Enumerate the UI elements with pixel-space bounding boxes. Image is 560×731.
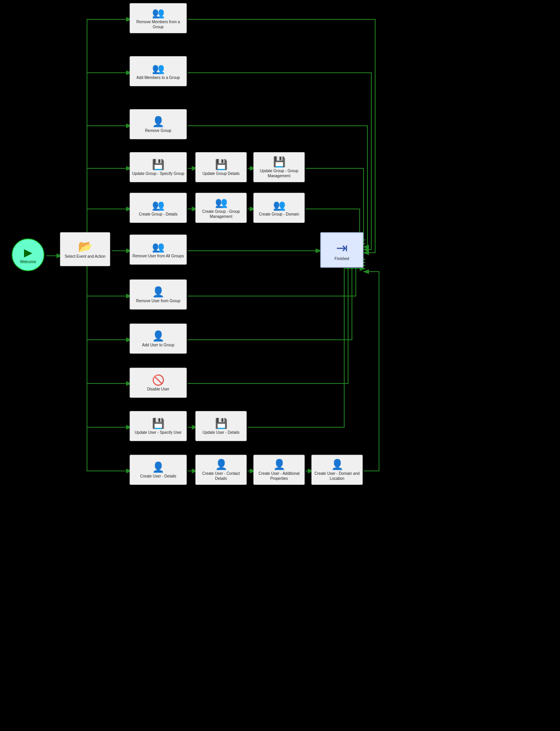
welcome-icon: ▶ (24, 246, 32, 259)
add-members-label: Add Members to a Group (137, 75, 180, 80)
add-members-node[interactable]: 👥 Add Members to a Group (130, 56, 187, 86)
remove-user-group-node[interactable]: 👤 Remove User from Group (130, 279, 187, 310)
remove-members-icon: 👥 (152, 8, 164, 18)
select-event-icon: 📂 (78, 241, 92, 252)
update-group-details-icon: 💾 (215, 159, 227, 169)
add-user-group-node[interactable]: 👤 Add User to Group (130, 324, 187, 354)
disable-user-node[interactable]: 🚫 Disable User (130, 368, 187, 398)
create-user-additional-node[interactable]: 👤 Create User - Additional Properties (253, 455, 305, 485)
welcome-node[interactable]: ▶ Welcome (12, 238, 44, 271)
create-group-mgmt-node[interactable]: 👥 Create Group - Group Management (195, 193, 247, 223)
create-user-details-node[interactable]: 👤 Create User - Details (130, 455, 187, 485)
remove-user-all-icon: 👥 (152, 242, 164, 252)
create-group-details-label: Create Group - Details (139, 212, 178, 217)
create-user-additional-label: Create User - Additional Properties (255, 471, 303, 481)
create-group-domain-label: Create Group - Domain (259, 212, 299, 217)
add-user-group-label: Add User to Group (142, 342, 174, 348)
update-user-specify-label: Update User - Specify User (135, 430, 182, 435)
create-user-domain-icon: 👤 (331, 459, 343, 469)
create-user-details-icon: 👤 (152, 462, 164, 472)
remove-group-label: Remove Group (145, 128, 171, 133)
update-group-details-label: Update Group Details (202, 171, 239, 176)
remove-group-node[interactable]: 👤 Remove Group (130, 109, 187, 139)
disable-user-label: Disable User (147, 387, 169, 392)
remove-user-group-icon: 👤 (152, 287, 164, 297)
create-user-additional-icon: 👤 (273, 459, 285, 469)
remove-members-node[interactable]: 👥 Remove Members from a Group (130, 3, 187, 33)
update-group-specify-icon: 💾 (152, 159, 164, 169)
update-user-details-icon: 💾 (215, 418, 227, 428)
create-group-details-node[interactable]: 👥 Create Group - Details (130, 193, 187, 223)
create-group-mgmt-icon: 👥 (215, 197, 227, 207)
finished-icon: ⇥ (336, 240, 348, 256)
welcome-label: Welcome (20, 260, 36, 264)
remove-group-icon: 👤 (152, 116, 164, 127)
update-group-mgmt-label: Update Group - Group Management (255, 168, 303, 178)
create-group-mgmt-label: Create Group - Group Management (197, 209, 245, 219)
arrows-svg (0, 0, 560, 731)
create-user-details-label: Create User - Details (140, 474, 176, 479)
create-user-contact-label: Create User - Contact Details (197, 471, 245, 481)
update-group-mgmt-node[interactable]: 💾 Update Group - Group Management (253, 152, 305, 182)
add-members-icon: 👥 (152, 63, 164, 74)
finished-node[interactable]: ⇥ Finished (320, 232, 364, 268)
create-group-domain-node[interactable]: 👥 Create Group - Domain (253, 193, 305, 223)
create-user-contact-icon: 👤 (215, 459, 227, 469)
create-user-domain-label: Create User - Domain and Location (313, 471, 361, 481)
create-user-domain-node[interactable]: 👤 Create User - Domain and Location (311, 455, 363, 485)
select-event-label: Select Event and Action (65, 254, 106, 259)
update-group-details-node[interactable]: 💾 Update Group Details (195, 152, 247, 182)
update-group-specify-label: Update Group - Specify Group (132, 171, 184, 176)
add-user-group-icon: 👤 (152, 331, 164, 341)
update-user-specify-icon: 💾 (152, 418, 164, 428)
update-user-specify-node[interactable]: 💾 Update User - Specify User (130, 411, 187, 441)
update-group-specify-node[interactable]: 💾 Update Group - Specify Group (130, 152, 187, 182)
disable-user-icon: 🚫 (152, 375, 164, 385)
finished-label: Finished (335, 256, 349, 261)
update-user-details-label: Update User - Details (203, 430, 240, 435)
remove-user-group-label: Remove User from Group (136, 298, 180, 303)
create-group-details-icon: 👥 (152, 200, 164, 210)
select-event-node[interactable]: 📂 Select Event and Action (60, 232, 110, 266)
remove-members-label: Remove Members from a Group (131, 19, 185, 29)
workflow-canvas: ▶ Welcome 📂 Select Event and Action 👥 Re… (0, 0, 560, 731)
remove-user-all-node[interactable]: 👥 Remove User from All Groups (130, 235, 187, 265)
create-user-contact-node[interactable]: 👤 Create User - Contact Details (195, 455, 247, 485)
create-group-domain-icon: 👥 (273, 200, 285, 210)
update-user-details-node[interactable]: 💾 Update User - Details (195, 411, 247, 441)
remove-user-all-label: Remove User from All Groups (133, 253, 184, 259)
update-group-mgmt-icon: 💾 (273, 157, 285, 167)
